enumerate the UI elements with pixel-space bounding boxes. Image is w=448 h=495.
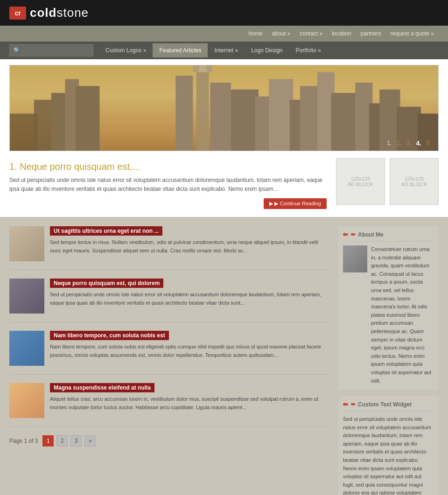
slide-excerpt: Sed ut perspiciatis unde omnis iste natu… <box>9 176 327 194</box>
custom-text-content: Sed ut perspiciatis unde omnis iste natu… <box>343 415 434 495</box>
logo-text: coldstone <box>30 6 89 20</box>
nav-internet[interactable]: Internet » <box>208 43 245 57</box>
dot-3[interactable]: 3. <box>406 139 412 147</box>
custom-text-title: ✏ Custom Text Widget <box>343 401 434 411</box>
slider-left: 1. Neque porro quisquam est,... Sed ut p… <box>9 156 336 209</box>
city-illustration <box>10 65 438 151</box>
dot-1[interactable]: 1. <box>387 139 392 147</box>
article-content: Ut sagittis ultrices urna eget erat non … <box>50 226 329 261</box>
slider-ads: 125x125 AD BLOCK 125x125 AD BLOCK <box>336 156 439 209</box>
secondary-nav-links: Custom Logos » Featured Articles Interne… <box>99 43 328 57</box>
nav-about[interactable]: about » <box>267 30 295 37</box>
nav-request-quote[interactable]: request a quote » <box>386 30 439 37</box>
about-me-photo <box>343 245 367 272</box>
nav-logo-design[interactable]: Logo Design <box>245 43 289 57</box>
article-content: Nam libero tempore, cum soluta nobis est… <box>50 331 329 366</box>
article-item: Ut sagittis ultrices urna eget erat non … <box>9 226 329 270</box>
article-content: Neque porro quisquam est, qui dolorem Se… <box>50 279 329 314</box>
article-title[interactable]: Ut sagittis ultrices urna eget erat non … <box>50 226 162 236</box>
article-content: Magna suspendisse eleifend at nulla Aliq… <box>50 383 329 418</box>
logo-icon: cr <box>9 7 26 20</box>
pencil-icon: ✏ <box>351 231 356 238</box>
top-nav: home about » contact » location partners… <box>0 26 448 42</box>
custom-text-widget: ✏ Custom Text Widget Sed ut perspiciatis… <box>338 396 439 495</box>
article-thumbnail <box>9 279 44 314</box>
article-title[interactable]: Nam libero tempore, cum soluta nobis est <box>50 331 169 340</box>
about-me-widget: ✏ About Me Consectetuer rutrum urna in, … <box>338 226 439 390</box>
main-wrapper: 1. 2. 3. 4. 5. 1. Neque porro quisquam e… <box>0 59 448 495</box>
content-area: Ut sagittis ultrices urna eget erat non … <box>0 217 448 495</box>
nav-location[interactable]: location <box>327 30 356 37</box>
nav-featured-articles[interactable]: Featured Articles <box>153 43 208 57</box>
logo[interactable]: cr coldstone <box>9 6 89 20</box>
nav-contact[interactable]: contact » <box>295 30 327 37</box>
play-icon: ▶ <box>274 201 278 206</box>
nav-custom-logos[interactable]: Custom Logos » <box>99 43 153 57</box>
page-button-1[interactable]: 1 <box>42 435 54 446</box>
secondary-nav: Custom Logos » Featured Articles Interne… <box>0 42 448 59</box>
search-input[interactable] <box>9 44 93 56</box>
nav-home[interactable]: home <box>244 30 267 37</box>
dot-4[interactable]: 4. <box>416 139 421 147</box>
article-title[interactable]: Neque porro quisquam est, qui dolorem <box>50 279 163 288</box>
nav-portfolio[interactable]: Portfolio » <box>289 43 328 57</box>
article-item: Nam libero tempore, cum soluta nobis est… <box>9 331 329 375</box>
article-title[interactable]: Magna suspendisse eleifend at nulla <box>50 383 154 392</box>
article-text: Nam libero tempore, cum soluta nobis est… <box>50 343 329 359</box>
slide-title: 1. Neque porro quisquam est,... <box>9 161 327 172</box>
article-item: Magna suspendisse eleifend at nulla Aliq… <box>9 383 329 427</box>
article-thumbnail <box>9 226 44 261</box>
dot-2[interactable]: 2. <box>397 139 402 147</box>
article-text: Aliquet tellus cras, arcu accumsan lorem… <box>50 395 329 411</box>
about-me-title: ✏ About Me <box>343 231 434 242</box>
nav-partners[interactable]: partners <box>356 30 386 37</box>
sidebar: ✏ About Me Consectetuer rutrum urna in, … <box>338 226 439 495</box>
article-text: Sed tempor lectus in risus. Nullam vesti… <box>50 238 329 255</box>
svg-rect-24 <box>10 65 438 151</box>
page-button-3[interactable]: 3 <box>70 435 82 446</box>
main-column: Ut sagittis ultrices urna eget erat non … <box>9 226 329 495</box>
ad-block-2[interactable]: 125x125 AD BLOCK <box>390 158 439 205</box>
continue-reading-button[interactable]: ▶Continue Reading <box>264 198 327 209</box>
dot-5[interactable]: 5. <box>426 139 431 147</box>
pagination-label: Page 1 of 3 <box>9 438 38 444</box>
article-thumbnail <box>9 331 44 366</box>
article-item: Neque porro quisquam est, qui dolorem Se… <box>9 279 329 322</box>
slider-image[interactable]: 1. 2. 3. 4. 5. <box>9 65 439 151</box>
slider-section: 1. Neque porro quisquam est,... Sed ut p… <box>9 156 439 209</box>
page-next-button[interactable]: » <box>84 435 96 446</box>
pagination: Page 1 of 3 1 2 3 » <box>9 435 329 446</box>
pencil-icon-2: ✏ <box>351 401 356 408</box>
page-button-2[interactable]: 2 <box>56 435 68 446</box>
header: cr coldstone <box>0 0 448 26</box>
about-me-text: Consectetuer rutrum urna in, a molestie … <box>371 245 434 385</box>
article-thumbnail <box>9 383 44 418</box>
article-text: Sed ut perspiciatis unde omnis iste natu… <box>50 291 329 307</box>
slider-area: 1. 2. 3. 4. 5. 1. Neque porro quisquam e… <box>0 59 448 217</box>
slider-dots[interactable]: 1. 2. 3. 4. 5. <box>387 139 431 147</box>
ad-block-1[interactable]: 125x125 AD BLOCK <box>336 158 385 205</box>
